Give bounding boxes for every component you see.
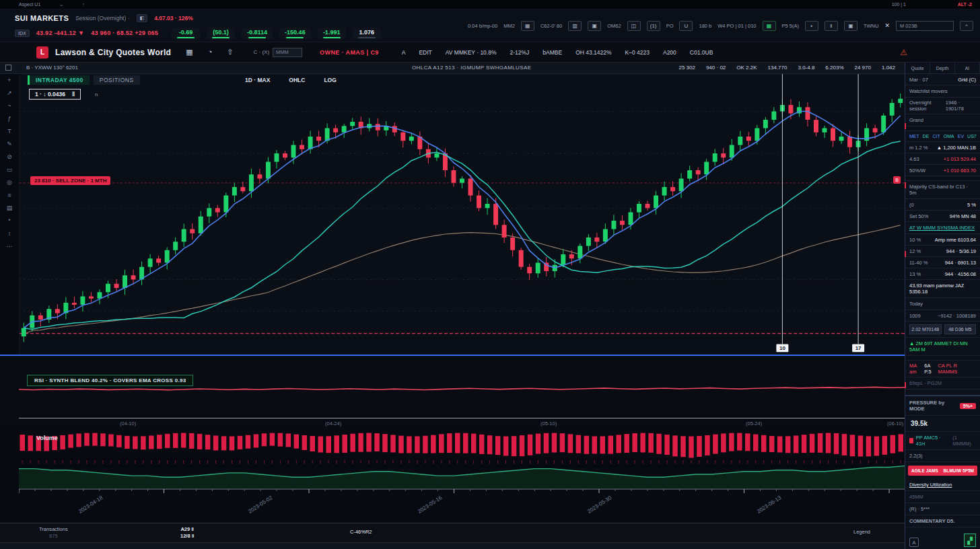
zoom-widget[interactable]: C · (X) MMM (254, 48, 303, 57)
ticker-chip[interactable]: -0.69 (172, 28, 200, 39)
pause-icon[interactable]: ‖ (825, 21, 838, 31)
crosshair-tool[interactable]: + (4, 77, 15, 83)
target-tool[interactable]: ◎ (4, 179, 15, 186)
text-tool[interactable]: T (4, 128, 15, 135)
rsi-panel[interactable]: RSI · SYNTH BLEND 40.2% · COVERS EMA CRO… (0, 356, 905, 429)
fib-tool[interactable]: ƒ (4, 115, 15, 122)
titlebar-alert[interactable]: ALT -2 (958, 2, 972, 7)
status-group-1[interactable]: Transactions875 (39, 526, 68, 540)
bottom-panel-chip[interactable]: 5%+ (960, 403, 976, 409)
sidebar-row[interactable]: 1009~9142 · 1008189 (905, 310, 980, 322)
search-input[interactable]: M 023B (896, 21, 954, 31)
timeframe-item[interactable]: 1D · MAX (245, 77, 270, 83)
count-icon[interactable]: (1) (647, 21, 660, 31)
candlestick-chart[interactable]: 1017 (20, 74, 905, 355)
toolbar-text-item[interactable]: TWNU (864, 23, 879, 29)
warning-icon[interactable]: ⚠ (900, 48, 907, 57)
panel-icon[interactable]: ▣ (588, 21, 601, 31)
sidebar-row[interactable]: m 1.2 %▲ 1,200 MAN.1B (905, 142, 980, 153)
sidebar-row[interactable]: Overnight session1946 · 1901/78 (905, 98, 980, 114)
timeframe-item[interactable]: LOG (324, 77, 336, 83)
bottom-link[interactable]: Diversity Utilization (905, 479, 980, 491)
sell-zone-tag[interactable]: 23 810 · SELL ZONE · 1 MTH (30, 176, 110, 185)
ticker-chip[interactable]: -1.991 (318, 28, 346, 39)
ticker-chip[interactable]: 1.076 (353, 28, 381, 39)
eraser-tool[interactable]: ⊘ (4, 153, 15, 160)
ticker-name[interactable]: SUI MARKETS (15, 14, 69, 22)
sidebar-row[interactable]: (05 % (905, 199, 980, 211)
star-tool[interactable]: * (4, 217, 15, 224)
status-group-2[interactable]: A29 ‖12/8 ‖ (180, 526, 194, 540)
toolbar-text-item[interactable]: MM2 (503, 23, 515, 29)
rect-tool[interactable]: ▭ (4, 166, 15, 173)
trendline-tool[interactable]: ↗ (4, 89, 15, 96)
green-grid-icon[interactable]: ▦ (763, 21, 776, 31)
grid-icon[interactable]: ▦ (521, 21, 534, 31)
share-icon[interactable]: ⇧ (227, 48, 233, 57)
toolbar-text-item[interactable]: 180 b (699, 23, 711, 29)
up-arrow-icon[interactable]: ↑ (82, 2, 85, 7)
sidebar-row[interactable]: 10 %Amp nme 6103.64 (905, 234, 980, 246)
rows-icon[interactable]: ▥ (568, 21, 582, 31)
candle (89, 292, 94, 302)
chart-grid-icon[interactable]: ▦ (186, 48, 193, 57)
collapse-icon[interactable]: ^ (960, 21, 973, 31)
toolbar-text-item[interactable]: OM62 (607, 23, 621, 29)
rsi-date-label: (05-10) (540, 420, 557, 427)
candle (182, 223, 186, 247)
wave-tool[interactable]: ~ (4, 102, 15, 109)
sidebar-button[interactable]: 2.02 M70148 (909, 324, 942, 334)
volume-panel[interactable]: Volume (0, 429, 905, 493)
buy-button-label: AGILE JAMS (911, 468, 938, 473)
buy-sell-button[interactable]: AGILE JAMS BLMU/W 5P5M (908, 466, 977, 476)
ticker-chip[interactable]: -150.46 (279, 28, 311, 39)
sidebar-row[interactable]: 50%/W+1 010 663.70 (905, 165, 980, 176)
indicator-legend-chip[interactable]: 1 · ↓ 0.0436 ‖ (29, 89, 81, 100)
chart-tab-positions[interactable]: POSITIONS (94, 75, 140, 85)
user-icon[interactable]: U (679, 21, 693, 31)
layers-tool[interactable]: ▤ (4, 205, 15, 211)
app-logo[interactable]: L (36, 46, 48, 59)
infobar-center-label: OHLCA A12 513 · IGMUMP SWHGAMLUSAE (412, 65, 532, 71)
candlestick-chart-area[interactable]: INTRADAY 4500 POSITIONS 1D · MAXOHLCLOG … (20, 74, 905, 355)
caret-icon[interactable]: ⌄ (59, 2, 63, 7)
more-tools[interactable]: ⋯ (4, 243, 15, 250)
quote-token-strip[interactable]: METDECITOMAEVUS7 (905, 131, 980, 142)
toolbar-text-item[interactable]: PO (666, 23, 674, 29)
toolbar-text-item[interactable]: C62-0' 80 (540, 23, 562, 29)
person-icon[interactable]: A (909, 538, 919, 547)
chart-tab-intraday[interactable]: INTRADAY 4500 (28, 75, 90, 85)
measure-tool[interactable]: ↕ (4, 230, 15, 237)
sidebar-button[interactable]: 48 D36 M5 (944, 324, 977, 334)
sidebar-row[interactable]: 11-40 %944 · 6901.13 (905, 257, 980, 268)
toolbar-text-item[interactable]: W4 PO | 01 | 010 (718, 23, 756, 29)
ticker-chip[interactable]: (50.1) (207, 28, 235, 39)
mini-chart-icon[interactable]: ▞ (964, 534, 976, 547)
sidebar-row[interactable]: 12 %944 · 5/36.19 (905, 246, 980, 257)
sidebar-row[interactable]: Set 50%94% MN 48 (905, 211, 980, 222)
sidebar-row[interactable]: 13 %944 · 4156.08 (905, 268, 980, 280)
buy-marker[interactable]: B (893, 176, 901, 184)
layout-icon[interactable]: ▣ (844, 21, 858, 31)
bell-icon[interactable]: ◔ (208, 48, 213, 57)
timeframe-item[interactable]: OHLC (289, 77, 305, 83)
bottom-row1-label[interactable]: PP AMC5 · 41H (916, 435, 950, 447)
zoom-input[interactable]: MMM (273, 48, 302, 57)
list-tool[interactable]: ≡ (4, 192, 15, 198)
draw-tool[interactable]: ✎ (4, 141, 15, 147)
sidebar-row[interactable]: Mar · 07Grid (C) (905, 74, 980, 85)
toolbar-text-item[interactable]: 0.04 b/mp-00 (468, 23, 497, 29)
sidebar-tab[interactable]: Quote (905, 63, 930, 73)
toolbar-text-item[interactable]: P5 5(A) (782, 23, 799, 29)
dot-icon[interactable]: ▪ (805, 21, 818, 31)
status-legend[interactable]: Legend (853, 529, 870, 536)
infobar-checkbox[interactable] (5, 65, 11, 71)
sidebar-tab[interactable]: AI (955, 63, 980, 73)
close-icon[interactable]: ✕ (884, 22, 890, 29)
sidebar-row[interactable]: 4.63+1 013 529.44 (905, 153, 980, 165)
sidebar-tab[interactable]: Depth (930, 63, 955, 73)
split-icon[interactable]: ◫ (627, 21, 641, 31)
ticker-chip[interactable]: -0.8114 (242, 28, 273, 39)
rsi-panel-label[interactable]: RSI · SYNTH BLEND 40.2% · COVERS EMA CRO… (27, 375, 193, 386)
sidebar-link[interactable]: AT W MMM SYNSMA INDEX (905, 222, 980, 234)
